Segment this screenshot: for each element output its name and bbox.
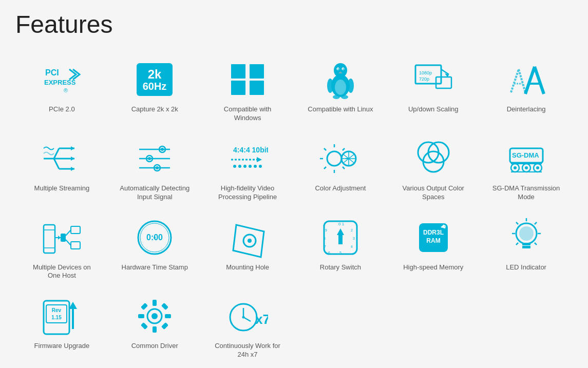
svg-point-61 xyxy=(259,165,262,168)
feature-led: LED Indicator xyxy=(480,212,573,286)
scaling-label: Up/down Scaling xyxy=(408,105,459,114)
svg-line-95 xyxy=(66,230,71,236)
svg-point-11 xyxy=(335,80,346,95)
timestamp-label: Hardware Time Stamp xyxy=(122,263,188,272)
svg-marker-55 xyxy=(257,157,262,162)
svg-rect-8 xyxy=(231,81,245,95)
feature-capture2k: 2k 60Hz Capture 2k x 2k xyxy=(108,54,201,128)
deinterlacing-label: Deinterlacing xyxy=(507,105,546,114)
svg-rect-148 xyxy=(161,322,168,330)
svg-rect-124 xyxy=(522,243,530,245)
feature-multidevice: Multiple Devices on One Host xyxy=(15,212,108,286)
svg-point-140 xyxy=(151,313,158,319)
svg-point-12 xyxy=(334,63,347,78)
svg-point-60 xyxy=(254,165,257,168)
svg-rect-145 xyxy=(141,303,148,310)
svg-rect-98 xyxy=(71,242,80,249)
svg-text:®: ® xyxy=(64,87,68,93)
svg-line-96 xyxy=(66,240,71,245)
svg-rect-147 xyxy=(141,322,148,330)
svg-rect-27 xyxy=(436,77,451,88)
svg-line-132 xyxy=(516,243,518,245)
svg-text:DDR3L: DDR3L xyxy=(423,229,444,236)
svg-point-152 xyxy=(242,316,245,319)
feature-timestamp: 0:00 Hardware Time Stamp xyxy=(108,212,201,286)
feature-videopipeline: 4:4:4 10bit High-fidelity Video Processi… xyxy=(201,133,294,207)
svg-text:2k: 2k xyxy=(148,67,162,81)
svg-text:RAM: RAM xyxy=(426,237,440,244)
driver-label: Common Driver xyxy=(131,342,178,351)
feature-windows: Compatible with Windows xyxy=(201,54,294,128)
memory-icon: DDR3L RAM xyxy=(413,217,454,258)
firmware-icon: Rev 1.15 xyxy=(41,296,82,337)
svg-point-52 xyxy=(156,166,159,169)
svg-point-62 xyxy=(327,151,342,166)
svg-point-82 xyxy=(514,166,517,169)
driver-icon xyxy=(134,296,175,337)
mountinghole-icon xyxy=(227,217,268,258)
svg-line-68 xyxy=(324,167,326,169)
svg-rect-9 xyxy=(250,81,264,95)
svg-point-57 xyxy=(238,165,241,168)
features-grid: PCI EXPRESS ® PCIe 2.0 2k 60Hz Capture 2… xyxy=(15,54,573,364)
feature-streaming: Multiple Streaming xyxy=(15,133,108,207)
continuous-icon: x7 xyxy=(227,296,268,337)
colorspaces-icon xyxy=(413,138,454,179)
svg-point-16 xyxy=(343,68,344,69)
feature-linux: Compatible with Linux xyxy=(294,54,387,128)
svg-text:4:4:4 10bit: 4:4:4 10bit xyxy=(233,146,268,154)
feature-coloradj: Color Adjustment xyxy=(294,133,387,207)
feature-deinterlacing: Deinterlacing xyxy=(480,54,573,128)
svg-rect-6 xyxy=(231,64,245,79)
capture2k-icon: 2k 60Hz xyxy=(134,59,175,100)
svg-point-19 xyxy=(341,95,348,99)
streaming-icon xyxy=(41,138,82,179)
svg-line-66 xyxy=(343,167,345,169)
svg-text:5: 5 xyxy=(339,251,342,255)
svg-text:9: 9 xyxy=(325,228,327,232)
continuous-label: Continuously Work for 24h x7 xyxy=(212,342,283,359)
coloradj-icon xyxy=(320,138,361,179)
svg-rect-125 xyxy=(522,246,530,248)
feature-colorspaces: Various Output Color Spaces xyxy=(387,133,480,207)
svg-point-50 xyxy=(148,157,151,160)
svg-point-102 xyxy=(154,237,156,239)
svg-point-123 xyxy=(519,226,534,241)
autoinput-label: Automatically Detecting Input Signal xyxy=(119,184,191,202)
svg-text:PCI: PCI xyxy=(45,68,59,77)
feature-sgdma: SG-DMA SG-DMA Transmission Mode xyxy=(480,133,573,207)
linux-icon xyxy=(320,59,361,100)
svg-text:60Hz: 60Hz xyxy=(143,81,167,92)
svg-line-127 xyxy=(535,222,537,224)
svg-line-131 xyxy=(535,243,537,245)
svg-marker-107 xyxy=(337,228,344,235)
page-title: Features xyxy=(15,10,573,38)
videopipeline-icon: 4:4:4 10bit xyxy=(227,138,268,179)
svg-text:1.15: 1.15 xyxy=(52,315,62,320)
svg-rect-143 xyxy=(138,314,144,318)
svg-rect-7 xyxy=(250,64,264,79)
svg-marker-42 xyxy=(71,157,74,161)
feature-scaling: 1080p 720p Up/down Scaling xyxy=(387,54,480,128)
svg-point-21 xyxy=(348,79,354,93)
svg-point-20 xyxy=(327,79,333,93)
sgdma-icon: SG-DMA xyxy=(506,138,547,179)
svg-text:7: 7 xyxy=(324,245,326,248)
svg-point-18 xyxy=(333,95,340,99)
feature-firmware: Rev 1.15 Firmware Upgrade xyxy=(15,290,108,364)
led-label: LED Indicator xyxy=(506,263,546,272)
svg-line-129 xyxy=(516,222,518,224)
scaling-icon: 1080p 720p xyxy=(413,59,454,100)
videopipeline-label: High-fidelity Video Processing Pipeline xyxy=(212,184,283,202)
svg-line-29 xyxy=(519,69,525,92)
svg-line-64 xyxy=(343,148,345,150)
pcie-label: PCIe 2.0 xyxy=(49,105,75,114)
mountinghole-label: Mounting Hole xyxy=(226,263,269,272)
svg-text:3: 3 xyxy=(353,237,355,240)
feature-continuous: x7 Continuously Work for 24h x7 xyxy=(201,290,294,364)
firmware-label: Firmware Upgrade xyxy=(34,342,90,351)
colorspaces-label: Various Output Color Spaces xyxy=(397,184,469,202)
svg-rect-141 xyxy=(153,300,157,306)
svg-point-105 xyxy=(248,239,252,243)
led-icon xyxy=(506,217,547,258)
